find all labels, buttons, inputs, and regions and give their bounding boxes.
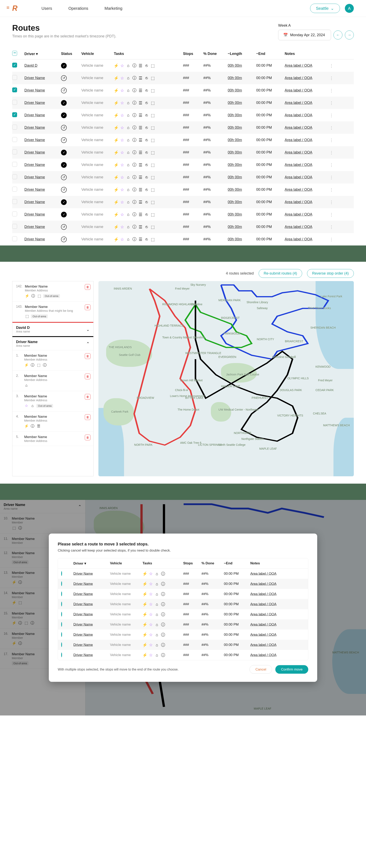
notes-link[interactable]: Area label / OOA xyxy=(250,653,277,657)
row-checkbox[interactable] xyxy=(12,150,17,154)
table-row[interactable]: Driver NameVehicle name⚡☆⌂ⓘ#####%00:00 P… xyxy=(58,589,308,599)
column-header[interactable]: ~Length xyxy=(228,52,256,56)
market-select[interactable]: Seattle ⌄ xyxy=(310,4,340,13)
route-radio[interactable] xyxy=(61,653,62,657)
row-checkbox[interactable] xyxy=(12,174,17,179)
stop-item[interactable]: 142.Member NameMember Address⚡ⓘ⬚Out-of-a… xyxy=(12,281,93,302)
notes-link[interactable]: Area label / OOA xyxy=(250,633,277,637)
notes-link[interactable]: Area label / OOA xyxy=(250,643,277,647)
row-checkbox[interactable] xyxy=(12,100,17,105)
length-link[interactable]: 00h 00m xyxy=(228,63,242,67)
row-menu[interactable]: ⋮ xyxy=(329,63,338,68)
table-row[interactable]: Driver NameVehicle name⚡☆⌂ⓘ#####%00:00 P… xyxy=(58,569,308,579)
delete-stop-button[interactable]: 🗑 xyxy=(85,414,90,420)
driver-link[interactable]: Driver Name xyxy=(24,187,45,192)
length-link[interactable]: 00h 00m xyxy=(228,237,242,241)
row-menu[interactable]: ⋮ xyxy=(329,187,338,192)
driver-link[interactable]: Driver Name xyxy=(24,175,45,179)
length-link[interactable]: 00h 00m xyxy=(228,88,242,92)
notes-link[interactable]: Area label / OOA xyxy=(285,76,312,80)
driver-accordion[interactable]: David D Area name ⌄ xyxy=(12,322,93,336)
table-row[interactable]: Driver NameVehicle name⚡☆⌂ⓘ#####%00:00 P… xyxy=(58,579,308,589)
column-header[interactable]: Status xyxy=(61,52,81,56)
row-checkbox[interactable] xyxy=(12,162,17,167)
notes-link[interactable]: Area label / OOA xyxy=(250,623,277,626)
driver-link[interactable]: Driver Name xyxy=(73,602,93,606)
driver-link[interactable]: Driver Name xyxy=(24,113,45,117)
notes-link[interactable]: Area label / OOA xyxy=(250,602,277,606)
length-link[interactable]: 00h 00m xyxy=(228,187,242,192)
row-checkbox[interactable] xyxy=(12,187,17,192)
row-menu[interactable]: ⋮ xyxy=(329,224,338,229)
confirm-button[interactable]: Confirm move xyxy=(275,665,308,674)
length-link[interactable]: 00h 00m xyxy=(228,138,242,142)
column-header[interactable]: ~End xyxy=(256,52,285,56)
stop-item[interactable]: 5.Member NameMember Address🗑 xyxy=(12,432,93,446)
row-menu[interactable]: ⋮ xyxy=(329,200,338,205)
length-link[interactable]: 00h 00m xyxy=(228,163,242,167)
driver-link[interactable]: Driver Name xyxy=(24,125,45,129)
notes-link[interactable]: Area label / OOA xyxy=(285,212,312,216)
route-map[interactable]: Sky NurseryINNIS ARDENFred MeyerRICHMOND… xyxy=(98,281,354,476)
row-menu[interactable]: ⋮ xyxy=(329,88,338,93)
row-menu[interactable]: ⋮ xyxy=(329,100,338,105)
driver-link[interactable]: Driver Name xyxy=(73,623,93,626)
row-menu[interactable]: ⋮ xyxy=(329,212,338,217)
cancel-button[interactable]: Cancel xyxy=(249,665,272,674)
delete-stop-button[interactable]: 🗑 xyxy=(85,435,90,440)
avatar[interactable]: A xyxy=(345,4,354,13)
row-menu[interactable]: ⋮ xyxy=(329,162,338,167)
driver-link[interactable]: Driver Name xyxy=(24,212,45,216)
notes-link[interactable]: Area label / OOA xyxy=(285,125,312,129)
nav-link-operations[interactable]: Operations xyxy=(68,6,88,11)
table-row[interactable]: Driver NameVehicle name⚡☆⌂ⓘ#####%00:00 P… xyxy=(58,619,308,630)
stop-item[interactable]: 4.Member NameMember Address⚡ⓘ☰🗑 xyxy=(12,411,93,432)
row-checkbox[interactable] xyxy=(12,112,17,117)
column-header[interactable]: ~End xyxy=(224,561,250,566)
delete-stop-button[interactable]: 🗑 xyxy=(85,305,90,310)
notes-link[interactable]: Area label / OOA xyxy=(250,592,277,596)
row-menu[interactable]: ⋮ xyxy=(329,175,338,180)
driver-link[interactable]: David D xyxy=(24,63,37,67)
driver-link[interactable]: Driver Name xyxy=(24,150,45,154)
route-radio[interactable] xyxy=(61,632,62,637)
row-checkbox[interactable] xyxy=(12,236,17,241)
notes-link[interactable]: Area label / OOA xyxy=(285,63,312,67)
stop-item[interactable]: 3.Member NameMember Address☆⌂Out-of-area… xyxy=(12,391,93,411)
column-header[interactable]: Stops xyxy=(183,561,202,566)
notes-link[interactable]: Area label / OOA xyxy=(250,572,277,576)
stop-item[interactable]: 143.Member NameMember Address that might… xyxy=(12,302,93,322)
length-link[interactable]: 00h 00m xyxy=(228,101,242,105)
column-header[interactable]: Tasks xyxy=(114,52,183,56)
notes-link[interactable]: Area label / OOA xyxy=(250,612,277,616)
stop-item[interactable]: 2.Member NameMember Address⌂🗑 xyxy=(12,371,93,391)
row-menu[interactable]: ⋮ xyxy=(329,76,338,81)
row-checkbox[interactable] xyxy=(12,199,17,204)
notes-link[interactable]: Area label / OOA xyxy=(285,187,312,192)
notes-link[interactable]: Area label / OOA xyxy=(285,237,312,241)
driver-link[interactable]: Driver Name xyxy=(73,592,93,596)
driver-link[interactable]: Driver Name xyxy=(24,88,45,92)
length-link[interactable]: 00h 00m xyxy=(228,200,242,204)
row-checkbox[interactable] xyxy=(12,63,17,67)
driver-link[interactable]: Driver Name xyxy=(24,225,45,229)
length-link[interactable]: 00h 00m xyxy=(228,125,242,129)
driver-link[interactable]: Driver Name xyxy=(24,138,45,142)
notes-link[interactable]: Area label / OOA xyxy=(285,175,312,179)
column-header[interactable]: Notes xyxy=(285,52,329,56)
notes-link[interactable]: Area label / OOA xyxy=(285,101,312,105)
driver-link[interactable]: Driver Name xyxy=(24,101,45,105)
select-all-checkbox[interactable] xyxy=(12,51,17,56)
route-radio[interactable] xyxy=(61,622,62,627)
notes-link[interactable]: Area label / OOA xyxy=(285,138,312,142)
notes-link[interactable]: Area label / OOA xyxy=(285,225,312,229)
length-link[interactable]: 00h 00m xyxy=(228,212,242,216)
delete-stop-button[interactable]: 🗑 xyxy=(85,284,90,290)
column-header[interactable]: Driver ▾ xyxy=(73,561,110,566)
column-header[interactable]: Driver ▾ xyxy=(24,52,61,56)
nav-link-users[interactable]: Users xyxy=(41,6,52,11)
column-header[interactable]: Notes xyxy=(250,561,291,566)
notes-link[interactable]: Area label / OOA xyxy=(285,163,312,167)
row-checkbox[interactable] xyxy=(12,88,17,92)
prev-week-button[interactable]: ← xyxy=(333,31,342,39)
